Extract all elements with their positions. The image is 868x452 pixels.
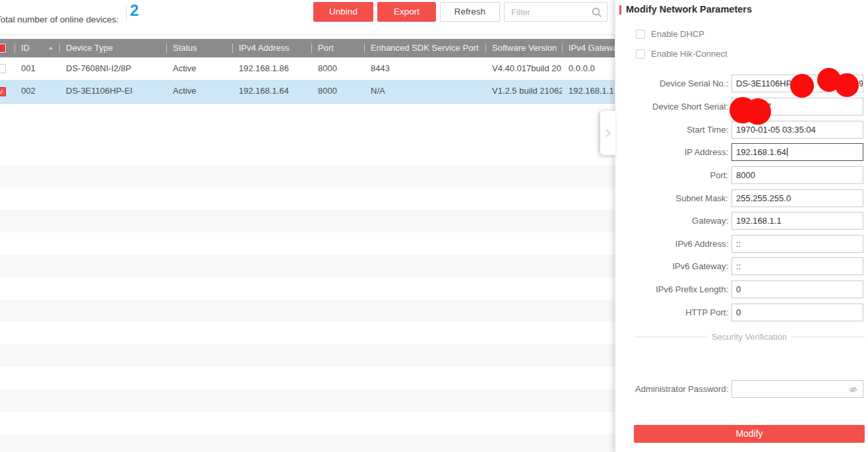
admin-password-row: Administrator Password: bbox=[615, 380, 868, 398]
subnet-mask-field[interactable]: 255.255.255.0 bbox=[731, 189, 863, 207]
subnet-mask-row: Subnet Mask: 255.255.255.0 bbox=[615, 189, 868, 207]
gateway-field[interactable]: 192.168.1.1 bbox=[731, 212, 863, 230]
field-value: 192.168.1.64 bbox=[736, 147, 786, 157]
cell-gateway: 192.168.1.1 bbox=[562, 80, 615, 103]
empty-table-rows bbox=[0, 143, 615, 452]
dhcp-label: Enable DHCP bbox=[651, 29, 704, 39]
redaction-circle bbox=[835, 73, 859, 97]
cell-port: 8000 bbox=[311, 80, 364, 103]
ipv6-address-field[interactable]: :: bbox=[731, 235, 863, 253]
divider bbox=[126, 4, 127, 21]
online-device-count: 2 bbox=[130, 1, 139, 20]
field-value: 1970-01-05 03:35:04 bbox=[736, 125, 816, 135]
http-port-row: HTTP Port: 0 bbox=[615, 304, 868, 321]
field-value: 8000 bbox=[736, 170, 755, 180]
cell-software: V4.40.017build 201... bbox=[485, 57, 562, 80]
ipv6-address-label: IPv6 Address: bbox=[615, 235, 728, 253]
port-field[interactable]: 8000 bbox=[731, 166, 863, 184]
export-device-button[interactable]: Export Devic... bbox=[377, 2, 436, 22]
hik-connect-checkbox[interactable] bbox=[636, 49, 645, 59]
cell-ipv4: 192.168.1.86 bbox=[232, 57, 311, 80]
field-value: 255.255.255.0 bbox=[736, 193, 791, 203]
ipv6-address-row: IPv6 Address: :: bbox=[615, 235, 868, 253]
ipv6-prefix-label: IPv6 Prefix Length: bbox=[615, 280, 728, 298]
field-value: 0 bbox=[736, 307, 741, 317]
table-header-row: ID▲ Device Type Status IPv4 Address Port… bbox=[0, 39, 615, 57]
filter-search-box[interactable] bbox=[504, 2, 607, 22]
admin-password-field[interactable] bbox=[731, 380, 863, 398]
table-row-selected[interactable]: 002 DS-3E1106HP-EI Active 192.168.1.64 8… bbox=[0, 80, 615, 104]
unbind-button[interactable]: Unbind bbox=[313, 2, 373, 22]
admin-password-label: Administrator Password: bbox=[615, 380, 728, 398]
cell-id: 002 bbox=[15, 80, 59, 103]
cell-ipv4: 192.168.1.64 bbox=[232, 80, 311, 103]
sort-ascending-icon[interactable]: ▲ bbox=[48, 39, 53, 57]
device-short-serial-label: Device Short Serial: bbox=[615, 98, 728, 115]
refresh-button[interactable]: Refresh bbox=[440, 2, 500, 22]
column-header-sdk-port[interactable]: Enhanced SDK Service Port bbox=[364, 39, 485, 57]
cell-device-type: DS-3E1106HP-EI bbox=[59, 80, 166, 103]
column-header-port[interactable]: Port bbox=[311, 39, 364, 57]
gateway-label: Gateway: bbox=[615, 212, 728, 230]
ipv6-gateway-row: IPv6 Gateway: :: bbox=[615, 257, 868, 275]
divider bbox=[0, 34, 615, 35]
enable-hik-connect-row[interactable]: Enable Hik-Connect bbox=[636, 49, 728, 59]
cell-id: 001 bbox=[15, 57, 59, 80]
dhcp-checkbox[interactable] bbox=[636, 30, 645, 39]
http-port-label: HTTP Port: bbox=[615, 304, 728, 321]
security-verification-label: Security Verification bbox=[708, 332, 791, 342]
title-accent-bar bbox=[619, 5, 621, 15]
ipv6-gateway-field[interactable]: :: bbox=[731, 257, 863, 275]
select-all-checkbox[interactable] bbox=[0, 44, 6, 53]
table-row[interactable]: 001 DS-7608NI-I2/8P Active 192.168.1.86 … bbox=[0, 57, 615, 80]
serial-fragment: 9 bbox=[859, 75, 863, 92]
row-checkbox-checked[interactable] bbox=[0, 87, 6, 96]
column-header-ipv4[interactable]: IPv4 Address bbox=[232, 39, 311, 57]
ipv6-gateway-label: IPv6 Gateway: bbox=[615, 257, 728, 275]
row-checkbox[interactable] bbox=[0, 64, 6, 73]
eye-off-icon[interactable] bbox=[848, 385, 858, 395]
cell-status: Active bbox=[166, 80, 232, 103]
port-row: Port: 8000 bbox=[615, 166, 868, 184]
port-label: Port: bbox=[615, 166, 728, 184]
cell-sdk-port: N/A bbox=[364, 80, 485, 103]
redaction-circle bbox=[790, 74, 814, 98]
column-header-id[interactable]: ID▲ bbox=[15, 39, 59, 57]
ipv6-prefix-field[interactable]: 0 bbox=[731, 280, 863, 298]
enable-dhcp-row[interactable]: Enable DHCP bbox=[636, 29, 704, 39]
filter-input[interactable] bbox=[510, 3, 588, 20]
device-table: ID▲ Device Type Status IPv4 Address Port… bbox=[0, 39, 615, 452]
panel-collapse-handle[interactable] bbox=[600, 111, 615, 155]
column-header-device-type[interactable]: Device Type bbox=[59, 39, 166, 57]
cell-device-type: DS-7608NI-I2/8P bbox=[59, 57, 166, 80]
field-value: 192.168.1.1 bbox=[736, 216, 782, 226]
cell-sdk-port: 8443 bbox=[364, 57, 485, 80]
gateway-row: Gateway: 192.168.1.1 bbox=[615, 212, 868, 230]
hik-connect-label: Enable Hik-Connect bbox=[651, 49, 728, 59]
ip-address-row: IP Address: 192.168.1.64 bbox=[615, 143, 868, 161]
field-value: :: bbox=[736, 261, 741, 271]
chevron-right-icon bbox=[604, 128, 612, 139]
start-time-field[interactable]: 1970-01-05 03:35:04 bbox=[731, 121, 863, 139]
device-serial-label: Device Serial No.: bbox=[615, 75, 728, 92]
field-value: :: bbox=[736, 239, 741, 249]
total-online-devices-label: Total number of online devices: bbox=[0, 15, 119, 24]
cell-port: 8000 bbox=[311, 57, 364, 80]
column-header-status[interactable]: Status bbox=[166, 39, 232, 57]
cell-software: V1.2.5 build 210628 bbox=[485, 80, 562, 103]
search-icon[interactable] bbox=[592, 7, 602, 18]
ip-address-label: IP Address: bbox=[615, 143, 728, 161]
column-header-software[interactable]: Software Version bbox=[485, 39, 562, 57]
panel-title: Modify Network Parameters bbox=[626, 4, 752, 15]
modify-button[interactable]: Modify bbox=[634, 425, 865, 443]
cell-gateway: 0.0.0.0 bbox=[562, 57, 615, 80]
security-verification-divider: Security Verification bbox=[634, 332, 865, 342]
http-port-field[interactable]: 0 bbox=[731, 304, 863, 321]
ip-address-field[interactable]: 192.168.1.64 bbox=[731, 143, 863, 161]
text-cursor bbox=[787, 148, 788, 156]
ipv6-prefix-row: IPv6 Prefix Length: 0 bbox=[615, 280, 868, 298]
subnet-mask-label: Subnet Mask: bbox=[615, 189, 728, 207]
redaction-circle bbox=[745, 98, 771, 125]
cell-status: Active bbox=[166, 57, 232, 80]
column-header-gateway[interactable]: IPv4 Gateway bbox=[562, 39, 615, 57]
